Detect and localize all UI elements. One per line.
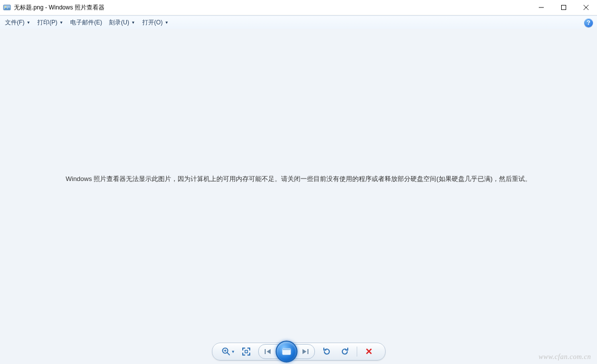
viewer-toolbar: ▼ (212, 343, 386, 361)
window-controls (530, 0, 597, 15)
previous-button[interactable] (260, 346, 277, 358)
menu-print[interactable]: 打印(P) ▼ (34, 17, 66, 28)
previous-icon (264, 348, 273, 355)
menu-open[interactable]: 打开(O) ▼ (139, 17, 172, 28)
close-button[interactable] (575, 0, 597, 15)
maximize-button[interactable] (552, 0, 575, 15)
rotate-right-button[interactable] (338, 345, 352, 359)
menu-email-label: 电子邮件(E) (70, 18, 102, 27)
svg-rect-16 (307, 349, 308, 354)
fit-to-window-icon (242, 347, 251, 356)
title-filename: 无标题.png (14, 4, 43, 11)
titlebar: 无标题.png - Windows 照片查看器 (0, 0, 597, 15)
rotate-left-button[interactable] (320, 345, 334, 359)
chevron-down-icon: ▼ (231, 350, 235, 354)
delete-button[interactable]: ✕ (362, 345, 376, 359)
svg-marker-12 (267, 349, 271, 354)
chevron-down-icon: ▼ (131, 20, 135, 25)
next-button[interactable] (297, 346, 313, 358)
svg-line-7 (227, 353, 229, 355)
window-title: 无标题.png - Windows 照片查看器 (14, 3, 104, 12)
error-message: Windows 照片查看器无法显示此图片，因为计算机上的可用内存可能不足。请关闭… (46, 174, 551, 184)
chevron-down-icon: ▼ (26, 20, 30, 25)
title-appname: Windows 照片查看器 (49, 4, 104, 11)
chevron-down-icon: ▼ (165, 20, 169, 25)
watermark: www.cfan.com.cn (538, 353, 591, 361)
svg-rect-3 (561, 5, 566, 10)
svg-rect-10 (245, 351, 247, 353)
minimize-button[interactable] (530, 0, 552, 15)
svg-marker-15 (302, 349, 306, 354)
footer: ▼ (0, 339, 597, 364)
rotate-right-icon (340, 347, 349, 356)
menubar: 文件(F) ▼ 打印(P) ▼ 电子邮件(E) 刻录(U) ▼ 打开(O) ▼ … (0, 15, 597, 30)
help-icon: ? (587, 19, 590, 26)
zoom-icon (221, 347, 231, 357)
menu-burn-label: 刻录(U) (109, 18, 129, 27)
delete-icon: ✕ (365, 346, 373, 357)
menu-open-label: 打开(O) (142, 18, 163, 27)
svg-rect-11 (265, 349, 266, 354)
menu-file[interactable]: 文件(F) ▼ (2, 17, 33, 28)
menu-file-label: 文件(F) (5, 18, 24, 27)
app-icon (3, 3, 11, 11)
fit-to-window-button[interactable] (239, 345, 253, 359)
menu-email[interactable]: 电子邮件(E) (67, 17, 105, 28)
zoom-button[interactable]: ▼ (221, 345, 235, 359)
image-viewport: Windows 照片查看器无法显示此图片，因为计算机上的可用内存可能不足。请关闭… (0, 29, 597, 339)
slideshow-button[interactable] (276, 341, 298, 363)
menu-burn[interactable]: 刻录(U) ▼ (106, 17, 138, 28)
menu-print-label: 打印(P) (37, 18, 57, 27)
svg-rect-14 (283, 349, 291, 350)
rotate-left-icon (322, 347, 331, 356)
next-icon (300, 348, 309, 355)
chevron-down-icon: ▼ (59, 20, 63, 25)
help-button[interactable]: ? (584, 18, 593, 27)
toolbar-separator (357, 347, 357, 357)
title-sep: - (43, 4, 49, 11)
slideshow-icon (282, 348, 292, 356)
nav-group (258, 344, 315, 359)
